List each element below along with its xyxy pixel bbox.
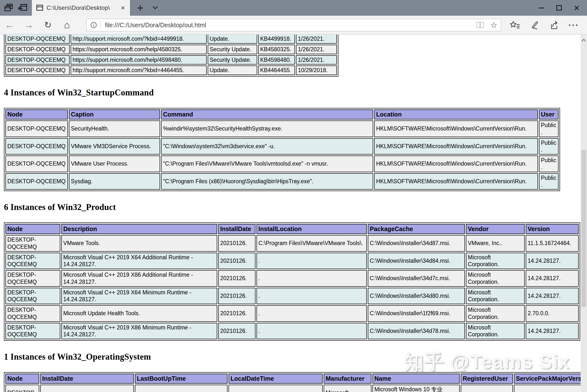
table-cell: Public. [539,138,559,155]
back-button[interactable]: ← [0,16,19,34]
table-cell: DESKTOP-OQCEEMQ [5,45,70,54]
table-cell: 14.24.28127. [526,253,579,269]
table-row: DESKTOP-OQCEEMQMicrosoft Visual C++ 2019… [5,288,579,304]
book-icon [476,22,484,28]
table-cell: 20210126. [218,270,255,287]
table-cell: Security Update. [208,45,257,54]
column-header: Command [161,110,373,120]
table-cell: http://support.microsoft.com/?kbid=44999… [71,34,207,44]
url-text[interactable]: file:///C:/Users/Dora/Desktop/out.html [105,22,473,29]
table-cell: 20210126. [218,253,255,269]
table-cell: Microsoft Visual C++ 2019 X64 Additional… [61,253,217,269]
column-header: Vendor [466,224,525,234]
share-button[interactable] [544,16,564,34]
table-cell: 20210126. [218,305,255,322]
table-cell: Public. [539,173,559,190]
column-header: PackageCache [368,224,465,234]
table-cell: HKLM\SOFTWARE\Microsoft\Windows\CurrentV… [374,120,538,137]
maximize-icon [556,5,562,10]
section-heading-startupcommand: 4 Instances of Win32_StartupCommand [4,88,581,98]
page-icon [36,4,43,11]
table-cell: "C:\Windows\system32\vm3dservice.exe" -u… [161,138,373,155]
table-cell: Microsoft Corporation. [466,270,525,287]
address-bar[interactable]: file:///C:/Users/Dora/Desktop/out.html ☆ [86,19,501,32]
table-cell: 14.24.28127. [526,288,579,304]
table-cell: . [256,323,367,340]
web-notes-button[interactable] [525,16,544,34]
page-content: DESKTOP-OQCEEMQhttp://support.microsoft.… [0,34,581,392]
table-row: DESKTOP-OQCEEMQhttp://support.microsoft.… [5,66,337,75]
table-cell: KB4464455. [258,66,295,75]
table-cell: 1/26/2021. [296,34,337,44]
table-cell: DESKTOP-OQCEEMQ [5,138,68,155]
table-cell: Microsoft Visual C++ 2019 X64 Minimum Ru… [61,288,217,304]
table-row: DESKTOP-OQCEEMQSysdiag."C:\Program Files… [5,173,559,190]
table-row: DESKTOP-OQCEEMQVMware Tools.20210126.C:\… [5,235,579,252]
column-header: InstallDate [40,374,134,384]
table-row: DESKTOP-OQCEEMQhttp://support.microsoft.… [5,34,337,44]
maximize-button[interactable] [550,0,568,16]
table-cell: DESKTOP-OQCEEMQ [5,305,60,322]
column-header: Version [526,224,579,234]
table-cell: DESKTOP-OQCEEMQ [5,270,60,287]
header-row: NodeDescriptionInstallDateInstallLocatio… [5,224,579,234]
table-cell: VMware Tools. [61,235,217,252]
table-cell: Microsoft Update Health Tools. [61,305,217,322]
home-button[interactable]: ⌂ [57,16,76,34]
table-cell: VMware User Process. [69,156,160,172]
table-row: DESKTOP-OQCEEMQMicrosoft Visual C++ 2019… [5,270,579,287]
tab-arrow-left-icon [18,4,28,12]
table-cell: C:\Program Files\VMware\VMware Tools\. [256,235,367,252]
tab-close-button[interactable]: × [119,4,127,12]
table-cell: Public. [539,156,559,172]
table-cell: DESKTOP-OQCEEMQ [5,120,68,137]
table-cell: C:\Windows\Installer\34d84.msi. [368,253,465,269]
table-cell: DESKTOP-OQCEEMQ [5,66,70,75]
table-cell: 1/26/2021. [296,45,337,54]
column-header: Description [61,224,217,234]
reading-view-button[interactable] [473,22,487,28]
table-row: DESKTOP-OQCEEMQhttps://support.microsoft… [5,55,337,65]
chevron-up-icon [581,38,587,42]
table-row: DESKTOP-OQCEEMQMicrosoft Update Health T… [5,305,579,322]
table-cell: DESKTOP-OQCEEMQ [5,288,60,304]
startupcommand-table: NodeCaptionCommandLocationUserDESKTOP-OQ… [4,108,560,191]
site-info-button[interactable] [87,22,100,28]
header-row: NodeCaptionCommandLocationUser [5,110,559,120]
close-button[interactable]: × [568,0,586,16]
table-cell: 11.1.5.16724464. [526,235,579,252]
forward-button[interactable]: → [19,16,38,34]
column-header: Caption [69,110,160,120]
table-cell: 20210126. [218,235,255,252]
address-bar-divider [100,21,101,29]
table-cell: VMware VM3DService Process. [69,138,160,155]
scrollbar-thumb[interactable] [581,150,586,307]
product-table: NodeDescriptionInstallDateInstallLocatio… [4,222,580,341]
table-cell: 2.70.0.0. [526,305,579,322]
table-cell: C:\Windows\Installer\34d7c.msi. [368,270,465,287]
table-cell: 20210126. [218,288,255,304]
column-header: InstallDate [218,224,255,234]
table-cell: http://support.microsoft.com/?kbid=44644… [71,66,207,75]
scroll-up-button[interactable] [581,36,587,44]
minimize-button[interactable] [533,0,550,16]
browser-toolbar: ← → ↻ ⌂ file:///C:/Users/Dora/Desktop/ou… [0,16,587,34]
vertical-scrollbar[interactable] [581,34,587,392]
table-cell: KB4580325. [258,45,295,54]
tabs-set-aside-list-button[interactable] [1,0,16,16]
close-icon: × [574,0,580,16]
forward-icon: → [24,20,33,30]
browser-tab[interactable]: C:\Users\Dora\Desktop\ × [32,0,130,16]
table-cell: KB4499918. [258,34,295,44]
tab-preview-toggle[interactable] [148,0,162,16]
new-tab-button[interactable]: + [132,0,148,16]
refresh-icon: ↻ [44,20,51,30]
refresh-button[interactable]: ↻ [38,16,57,34]
add-favorite-button[interactable]: ☆ [487,20,501,30]
hub-button[interactable] [505,16,525,34]
set-tabs-aside-button[interactable] [16,0,30,16]
table-cell: DESKTOP-OQCEEMQ [5,253,60,269]
more-options-button[interactable]: ··· [564,16,584,34]
table-cell: DESKTOP-OQCEEMQ [5,323,60,340]
table-cell: DESKTOP-OQCEEMQ [5,34,70,44]
